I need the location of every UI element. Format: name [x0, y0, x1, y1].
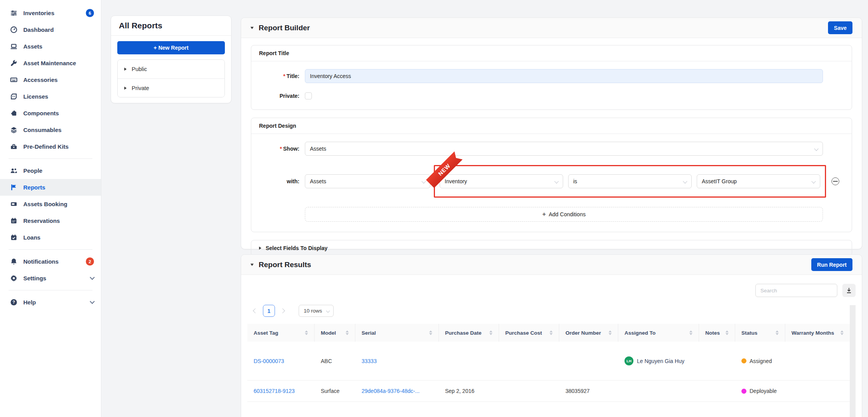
column-header[interactable]: Asset Tag [247, 324, 315, 342]
condition-value-select[interactable]: AssetIT Group [697, 174, 820, 188]
column-header[interactable]: Assigned To [618, 324, 699, 342]
sidebar-item-label: Help [23, 299, 36, 306]
download-button[interactable] [842, 284, 856, 297]
next-page-button[interactable] [280, 308, 285, 313]
report-builder-header[interactable]: Report Builder Save [241, 18, 862, 38]
asset-tag-link[interactable]: 603152718-9123 [254, 388, 295, 394]
sidebar-item-dashboard[interactable]: Dashboard [0, 21, 101, 38]
column-header[interactable]: Warranty Months [785, 324, 850, 342]
show-label: *Show: [251, 146, 305, 152]
sidebar-item-accessories[interactable]: Accessories [0, 71, 101, 88]
report-group-private[interactable]: Private [118, 78, 224, 97]
condition-operator-select[interactable]: is [568, 174, 692, 188]
sidebar-item-label: People [23, 167, 42, 174]
serial-link[interactable]: 29de084a-9376-48dc-... [362, 388, 419, 394]
report-builder-title: Report Builder [259, 24, 310, 32]
sort-icon[interactable] [772, 330, 779, 335]
order-number-cell [559, 342, 618, 380]
report-results-title: Report Results [259, 261, 311, 269]
notifications-badge: 2 [86, 257, 94, 266]
rows-per-page-select[interactable]: 10 rows [299, 305, 334, 317]
new-report-button[interactable]: + New Report [117, 41, 225, 54]
column-header[interactable]: Serial [355, 324, 439, 342]
sidebar-item-label: Licenses [23, 93, 48, 100]
model-cell: ABC [315, 342, 355, 380]
column-header[interactable]: Notes [699, 324, 735, 342]
notes-cell [699, 381, 735, 401]
avatar: LH [624, 356, 633, 365]
sidebar-item-consumables[interactable]: Consumables [0, 122, 101, 138]
run-report-button[interactable]: Run Report [811, 258, 852, 271]
report-title-section: Report Title *Title: Private: [251, 45, 852, 110]
sidebar-item-assets-booking[interactable]: Assets Booking [0, 196, 101, 212]
sort-icon[interactable] [486, 330, 492, 335]
column-header[interactable]: Purchase Date [439, 324, 499, 342]
status-cell: Assigned [735, 342, 785, 380]
sidebar-item-help[interactable]: ? Help [0, 294, 101, 311]
sidebar-item-label: Settings [23, 275, 46, 281]
sidebar-item-settings[interactable]: Settings [0, 270, 101, 287]
sidebar-item-asset-maintenance[interactable]: Asset Maintenance [0, 55, 101, 71]
sort-icon[interactable] [426, 330, 432, 335]
save-button[interactable]: Save [828, 21, 852, 34]
sidebar-item-pre-defined-kits[interactable]: Pre-Defined Kits [0, 138, 101, 155]
serial-link[interactable]: 33333 [362, 358, 377, 364]
with-label: with: [251, 178, 305, 184]
select-fields-label: Select Fields To Display [266, 245, 327, 251]
report-title-input[interactable] [305, 69, 823, 83]
sidebar-item-people[interactable]: People [0, 162, 101, 179]
with-select[interactable]: Assets [305, 174, 430, 188]
status-label: Assigned [750, 358, 772, 364]
sidebar-item-licenses[interactable]: Licenses [0, 88, 101, 105]
column-header[interactable]: Order Number [559, 324, 618, 342]
report-results-header[interactable]: Report Results Run Report [241, 255, 862, 275]
help-icon: ? [10, 299, 17, 306]
sidebar-item-notifications[interactable]: Notifications 2 [0, 253, 101, 270]
sidebar-item-loans[interactable]: Loans [0, 229, 101, 246]
results-table: Asset Tag Model Serial Purchase Date Pur… [247, 324, 850, 402]
column-header[interactable]: Purchase Cost [499, 324, 559, 342]
sidebar-item-inventories[interactable]: Inventories 6 [0, 5, 101, 21]
sidebar-item-reports[interactable]: Reports [0, 179, 101, 196]
notes-cell [699, 342, 735, 380]
show-select[interactable]: Assets [305, 142, 823, 156]
order-number-cell: 38035927 [559, 381, 618, 401]
people-icon [10, 167, 17, 175]
add-conditions-button[interactable]: + Add Conditions [305, 207, 823, 222]
report-groups: Public Private [117, 59, 225, 97]
sidebar-divider [9, 158, 92, 159]
sort-icon[interactable] [722, 330, 729, 335]
assets-icon [10, 43, 17, 50]
sidebar-divider [9, 249, 92, 250]
inventories-badge: 6 [86, 9, 94, 17]
select-fields-toggle[interactable]: Select Fields To Display [251, 240, 852, 256]
asset-tag-link[interactable]: DS-0000073 [254, 358, 284, 364]
table-header-row: Asset Tag Model Serial Purchase Date Pur… [247, 324, 850, 342]
sidebar-item-components[interactable]: Components [0, 105, 101, 122]
search-input[interactable] [755, 284, 837, 297]
prev-page-button[interactable] [253, 308, 258, 313]
remove-condition-button[interactable] [831, 177, 839, 185]
calendar-check-icon [10, 234, 17, 242]
sort-icon[interactable] [837, 330, 844, 335]
sidebar-item-reservations[interactable]: Reservations [0, 212, 101, 229]
private-checkbox[interactable] [305, 92, 312, 99]
table-scrollbar[interactable] [850, 305, 856, 417]
wrench-icon [10, 59, 17, 67]
condition-field-select[interactable]: Inventory [440, 174, 563, 188]
sort-icon[interactable] [686, 330, 692, 335]
column-header[interactable]: Model [315, 324, 355, 342]
report-group-public[interactable]: Public [118, 60, 224, 78]
sort-icon[interactable] [343, 330, 349, 335]
page-number[interactable]: 1 [263, 305, 275, 317]
column-header[interactable]: Status [735, 324, 785, 342]
required-asterisk: * [280, 146, 282, 152]
sort-icon[interactable] [546, 330, 553, 335]
flag-icon [10, 184, 17, 191]
sidebar-item-assets[interactable]: Assets [0, 38, 101, 55]
sort-icon[interactable] [605, 330, 612, 335]
private-label: Private: [251, 93, 305, 99]
keyboard-icon [10, 76, 17, 84]
warranty-months-cell [785, 381, 850, 401]
sort-icon[interactable] [302, 330, 308, 335]
